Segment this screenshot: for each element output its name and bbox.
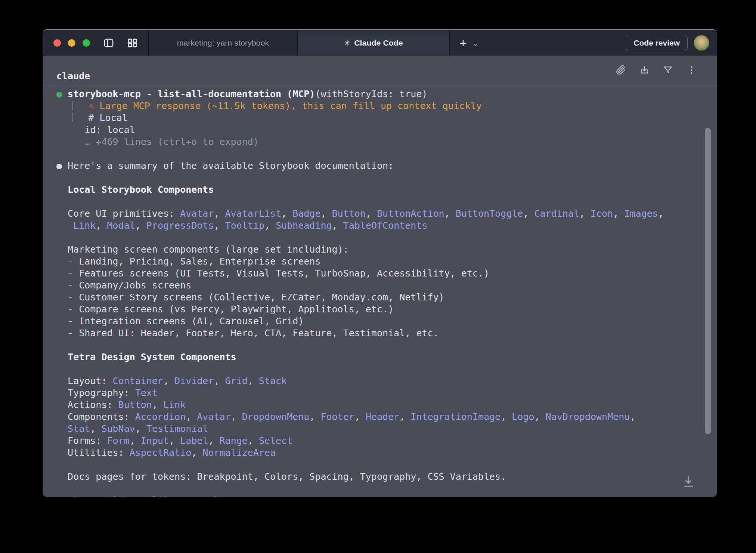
terminal-text-segment: ⎿ <box>56 101 88 111</box>
terminal-text-segment: , <box>658 208 664 219</box>
component-link-text: Icon <box>591 208 613 219</box>
terminal-line <box>56 459 717 471</box>
terminal-text-segment: - Features screens (UI Tests, Visual Tes… <box>56 268 489 279</box>
component-link-text: Container <box>113 376 163 386</box>
claude-spark-icon: ✳ <box>344 38 350 47</box>
terminal-text-segment: ● Here's a summary of the available Stor… <box>56 160 394 171</box>
scroll-to-bottom-button[interactable] <box>682 475 695 489</box>
terminal-text-segment: , <box>309 411 320 422</box>
terminal-text-segment: - Company/Jobs screens <box>56 280 191 291</box>
terminal-line: … +469 lines (ctrl+o to expand) <box>56 136 717 148</box>
terminal-output: ● storybook-mcp - list-all-documentation… <box>56 88 717 497</box>
component-link-text: Button <box>118 399 152 410</box>
terminal-text-segment: # Local <box>88 112 127 123</box>
terminal-text-segment: - Landing, Pricing, Sales, Enterprise sc… <box>56 256 320 267</box>
terminal-line: Components: Accordion, Avatar, DropdownM… <box>56 411 717 423</box>
terminal-text-segment: storybook-mcp - list-all-documentation (… <box>68 89 315 99</box>
terminal-text-segment: , <box>281 208 292 219</box>
terminal-text-segment: What would you like to work on? <box>56 495 242 497</box>
terminal-text-segment: , <box>130 435 141 446</box>
terminal-line: - Landing, Pricing, Sales, Enterprise sc… <box>56 256 717 268</box>
component-link-text: Input <box>141 435 169 446</box>
zoom-window-button[interactable] <box>83 39 90 47</box>
component-link-text: Avatar <box>180 208 214 219</box>
terminal-text-segment: (withStoryIds: true) <box>315 89 427 99</box>
download-icon[interactable] <box>639 65 650 75</box>
component-link-text: SubNav <box>101 423 135 434</box>
component-link-text: AvatarList <box>225 208 282 219</box>
terminal-text-segment: , <box>264 220 276 231</box>
component-link-text: ButtonToggle <box>456 208 523 219</box>
terminal-text-segment <box>56 220 73 231</box>
terminal-text-segment: , <box>332 220 343 231</box>
component-link-text: NormalizeArea <box>202 447 276 458</box>
close-window-button[interactable] <box>53 39 61 47</box>
component-link-text: Text <box>135 387 158 398</box>
terminal-text-segment: , <box>399 411 410 422</box>
terminal-scroll-area[interactable]: ● storybook-mcp - list-all-documentation… <box>43 86 717 497</box>
component-link-text: Subheading <box>276 220 332 231</box>
terminal-text-segment: Layout: <box>56 376 113 386</box>
avatar[interactable] <box>694 35 709 51</box>
terminal-line: Marketing screen components (large set i… <box>56 244 717 256</box>
terminal-text-segment: , <box>152 399 163 410</box>
terminal-line: Core UI primitives: Avatar, AvatarList, … <box>56 208 717 220</box>
terminal-line: Docs pages for tokens: Breakpoint, Color… <box>56 471 717 483</box>
terminal-text-segment: Typography: <box>56 387 135 398</box>
tab-claude-code[interactable]: ✳ Claude Code <box>298 30 449 56</box>
terminal-text-segment: , <box>248 376 259 386</box>
component-link-text: Link <box>163 399 186 410</box>
terminal-line: ● Here's a summary of the available Stor… <box>56 160 717 172</box>
component-link-text: Divider <box>174 376 214 386</box>
terminal-text-segment: , <box>135 423 146 434</box>
window-controls <box>43 30 148 56</box>
terminal-line: Actions: Button, Link <box>56 399 717 411</box>
terminal-line: - Shared UI: Header, Footer, Hero, CTA, … <box>56 327 717 339</box>
new-tab-button[interactable]: + <box>459 37 467 49</box>
terminal-text-segment: Local Storybook Components <box>56 184 214 195</box>
terminal-line <box>56 232 717 244</box>
minimize-window-button[interactable] <box>68 39 75 47</box>
terminal-text-segment <box>56 423 68 434</box>
terminal-text-segment: , <box>96 220 107 231</box>
code-review-button[interactable]: Code review <box>626 35 688 51</box>
terminal-text-segment: , <box>613 208 624 219</box>
terminal-line: - Compare screens (vs Percy, Playwright,… <box>56 303 717 315</box>
terminal-line <box>56 363 717 375</box>
terminal-text-segment: - Compare screens (vs Percy, Playwright,… <box>56 304 394 315</box>
terminal-line <box>56 483 717 495</box>
terminal-text-segment: Marketing screen components (large set i… <box>56 244 349 255</box>
terminal-text-segment: , <box>366 208 377 219</box>
sidebar-toggle-icon[interactable] <box>103 38 114 48</box>
component-link-text: AspectRatio <box>130 447 192 458</box>
toolbar-icons <box>616 65 697 75</box>
terminal-line: Forms: Form, Input, Label, Range, Select <box>56 435 717 447</box>
terminal-text-segment: , <box>523 208 534 219</box>
paperclip-icon[interactable] <box>616 65 626 75</box>
filter-icon[interactable] <box>663 65 673 75</box>
terminal-text-segment: id: local <box>56 124 135 135</box>
terminal-text-segment: , <box>444 208 456 219</box>
terminal-line <box>56 148 717 160</box>
kebab-menu-icon[interactable] <box>687 65 697 75</box>
terminal-text-segment: , <box>630 411 635 422</box>
app-grid-icon[interactable] <box>127 38 137 48</box>
terminal-line: Typography: Text <box>56 387 717 399</box>
terminal-line <box>56 196 717 208</box>
component-link-text: TableOfContents <box>343 220 428 231</box>
scrollbar-thumb[interactable] <box>705 128 711 434</box>
terminal-line <box>56 339 717 351</box>
terminal-line: id: local <box>56 124 717 136</box>
tab-marketing-yarn-storybook[interactable]: marketing: yarn storybook <box>149 30 297 56</box>
component-link-text: Button <box>332 208 366 219</box>
terminal-text-segment: , <box>186 411 197 422</box>
tab-menu-chevron-icon[interactable]: ⌄ <box>473 40 478 48</box>
component-link-text: Footer <box>320 411 354 422</box>
terminal-text-segment: - Integration screens (AI, Carousel, Gri… <box>56 316 304 327</box>
component-link-text: IntegrationImage <box>410 411 501 422</box>
terminal-text-segment: Tetra Design System Components <box>56 352 236 362</box>
code-review-label: Code review <box>633 38 680 47</box>
component-link-text: Modal <box>107 220 135 231</box>
terminal-line: - Features screens (UI Tests, Visual Tes… <box>56 268 717 279</box>
traffic-lights <box>53 39 90 47</box>
